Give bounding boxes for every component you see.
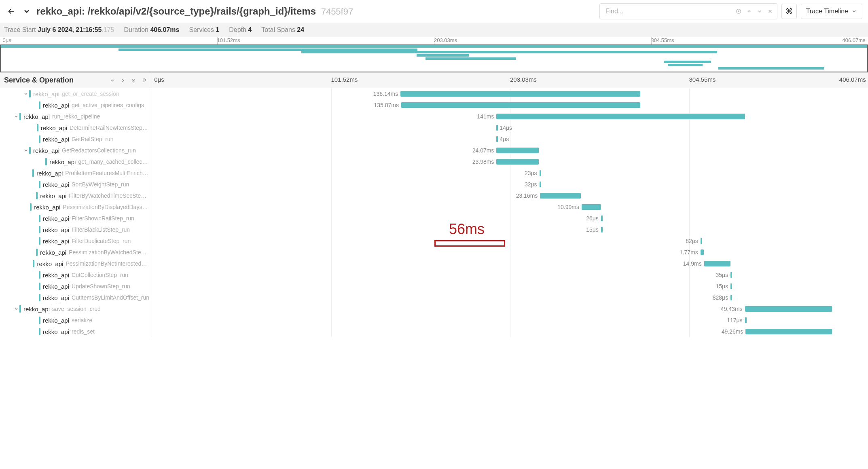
trace-minimap[interactable]: 0μs 101.52ms 203.03ms 304.55ms 406.07ms: [0, 37, 868, 73]
span-duration-bar[interactable]: [496, 159, 538, 165]
span-duration-bar[interactable]: [496, 136, 498, 142]
span-duration-bar[interactable]: [701, 249, 704, 255]
span-row-right[interactable]: 4μs: [152, 133, 868, 145]
span-row-left[interactable]: rekko_apiget_many_cached_collections: [0, 156, 152, 167]
span-row-left[interactable]: rekko_apiFilterBlackListStep_run: [0, 224, 152, 235]
span-duration-bar[interactable]: [745, 317, 747, 323]
span-toggle-icon[interactable]: [13, 114, 19, 119]
span-row-left[interactable]: rekko_apiserialize: [0, 315, 152, 326]
trace-span-row[interactable]: rekko_apiUpdateShownStep_run15μs: [0, 281, 868, 292]
trace-span-row[interactable]: rekko_apiPessimizationByWatchedStep_run1…: [0, 247, 868, 258]
span-row-left[interactable]: rekko_apiPessimizationByDisplayedDaysCou…: [0, 201, 152, 213]
trace-span-row[interactable]: rekko_apiSortByWeightStep_run32μs: [0, 179, 868, 190]
span-row-left[interactable]: rekko_apiDetermineRailNewItemsStep_run: [0, 122, 152, 133]
span-toggle-icon[interactable]: [23, 91, 29, 96]
span-row-left[interactable]: rekko_apiget_or_create_session: [0, 88, 152, 99]
span-duration-bar[interactable]: [582, 204, 601, 210]
span-duration-bar[interactable]: [540, 193, 581, 199]
span-row-left[interactable]: rekko_apiProfileItemFeaturesMultiEnrichS…: [0, 167, 152, 179]
trace-span-row[interactable]: rekko_apiget_active_pipelines_configs135…: [0, 99, 868, 111]
span-duration-bar[interactable]: [745, 306, 832, 312]
find-target-icon[interactable]: [734, 6, 743, 17]
span-duration-bar[interactable]: [400, 91, 640, 97]
trace-span-row[interactable]: rekko_apiCutCollectionStep_run35μs: [0, 269, 868, 281]
expand-one-icon[interactable]: [119, 78, 127, 83]
find-prev-icon[interactable]: [744, 6, 754, 17]
span-row-left[interactable]: rekko_apiCutCollectionStep_run: [0, 269, 152, 281]
view-selector-dropdown[interactable]: Trace Timeline: [801, 4, 862, 19]
trace-span-row[interactable]: rekko_apiDetermineRailNewItemsStep_run14…: [0, 122, 868, 133]
span-row-right[interactable]: 14.9ms: [152, 258, 868, 269]
span-row-right[interactable]: 49.43ms: [152, 303, 868, 315]
span-duration-bar[interactable]: [496, 125, 498, 131]
span-row-left[interactable]: rekko_apiFilterByWatchedTimeSecStep_run: [0, 190, 152, 201]
span-row-right[interactable]: 117μs: [152, 315, 868, 326]
trace-span-row[interactable]: rekko_apiget_many_cached_collections23.9…: [0, 156, 868, 167]
span-duration-bar[interactable]: [601, 227, 603, 232]
span-row-right[interactable]: 49.26ms: [152, 326, 868, 337]
keyboard-shortcuts-button[interactable]: ⌘: [781, 4, 797, 19]
span-row-right[interactable]: 14μs: [152, 122, 868, 133]
trace-span-row[interactable]: rekko_apiGetRailStep_run4μs: [0, 133, 868, 145]
trace-span-row[interactable]: rekko_apiGetRedactorsCollections_run24.0…: [0, 145, 868, 156]
collapse-one-icon[interactable]: [109, 78, 116, 83]
span-duration-bar[interactable]: [496, 114, 745, 119]
span-row-left[interactable]: rekko_apiCutItemsByLimitAndOffset_run: [0, 292, 152, 303]
find-next-icon[interactable]: [755, 6, 764, 17]
span-row-right[interactable]: 23μs: [152, 167, 868, 179]
span-row-right[interactable]: 24.07ms: [152, 145, 868, 156]
collapse-all-icon[interactable]: [130, 78, 137, 83]
trace-span-row[interactable]: rekko_apiFilterByWatchedTimeSecStep_run2…: [0, 190, 868, 201]
trace-span-row[interactable]: rekko_apiserialize117μs: [0, 315, 868, 326]
span-row-right[interactable]: 141ms: [152, 111, 868, 122]
span-duration-bar[interactable]: [730, 283, 732, 289]
span-duration-bar[interactable]: [601, 215, 603, 221]
span-toggle-icon[interactable]: [13, 306, 19, 311]
span-row-left[interactable]: rekko_apiUpdateShownStep_run: [0, 281, 152, 292]
trace-span-row[interactable]: rekko_apiPessimizationByNotInterestedSte…: [0, 258, 868, 269]
trace-span-row[interactable]: rekko_apiFilterShownRailStep_run26μs: [0, 213, 868, 224]
span-row-left[interactable]: rekko_apiPessimizationByWatchedStep_run: [0, 247, 152, 258]
span-duration-bar[interactable]: [730, 272, 732, 278]
span-duration-bar[interactable]: [704, 261, 730, 266]
span-row-right[interactable]: 26μs: [152, 213, 868, 224]
span-duration-bar[interactable]: [745, 329, 832, 334]
span-toggle-icon[interactable]: [23, 148, 29, 153]
trace-span-row[interactable]: rekko_apisave_session_crud49.43ms: [0, 303, 868, 315]
trace-span-row[interactable]: rekko_apiPessimizationByDisplayedDaysCou…: [0, 201, 868, 213]
span-duration-bar[interactable]: [730, 295, 732, 300]
collapse-header-toggle[interactable]: [23, 7, 31, 15]
span-row-right[interactable]: 1.77ms: [152, 247, 868, 258]
span-duration-bar[interactable]: [401, 102, 640, 108]
trace-span-row[interactable]: rekko_apiProfileItemFeaturesMultiEnrichS…: [0, 167, 868, 179]
span-row-left[interactable]: rekko_apisave_session_crud: [0, 303, 152, 315]
span-row-left[interactable]: rekko_apiFilterDuplicateStep_run: [0, 235, 152, 247]
span-row-left[interactable]: rekko_apiGetRedactorsCollections_run: [0, 145, 152, 156]
span-row-left[interactable]: rekko_apiget_active_pipelines_configs: [0, 99, 152, 111]
span-row-left[interactable]: rekko_apiSortByWeightStep_run: [0, 179, 152, 190]
span-row-left[interactable]: rekko_apiFilterShownRailStep_run: [0, 213, 152, 224]
span-row-right[interactable]: 23.16ms: [152, 190, 868, 201]
span-row-right[interactable]: 23.98ms: [152, 156, 868, 167]
trace-span-row[interactable]: rekko_apiFilterBlackListStep_run15μs: [0, 224, 868, 235]
span-row-left[interactable]: rekko_apiGetRailStep_run: [0, 133, 152, 145]
span-row-right[interactable]: 135.87ms: [152, 99, 868, 111]
span-row-left[interactable]: rekko_apirun_rekko_pipeline: [0, 111, 152, 122]
span-duration-bar[interactable]: [496, 148, 538, 153]
span-row-right[interactable]: 15μs: [152, 281, 868, 292]
span-row-right[interactable]: 82μs: [152, 235, 868, 247]
span-row-right[interactable]: 136.14ms: [152, 88, 868, 99]
expand-all-icon[interactable]: [140, 78, 148, 83]
span-row-left[interactable]: rekko_apiPessimizationByNotInterestedSte…: [0, 258, 152, 269]
trace-span-row[interactable]: rekko_apiredis_set49.26ms: [0, 326, 868, 337]
trace-span-row[interactable]: rekko_apirun_rekko_pipeline141ms: [0, 111, 868, 122]
find-close-icon[interactable]: [765, 6, 775, 17]
span-duration-bar[interactable]: [540, 182, 541, 187]
span-row-left[interactable]: rekko_apiredis_set: [0, 326, 152, 337]
span-row-right[interactable]: 35μs: [152, 269, 868, 281]
span-row-right[interactable]: 32μs: [152, 179, 868, 190]
trace-span-row[interactable]: rekko_apiget_or_create_session136.14ms: [0, 88, 868, 99]
trace-span-row[interactable]: rekko_apiCutItemsByLimitAndOffset_run828…: [0, 292, 868, 303]
span-duration-bar[interactable]: [540, 170, 541, 176]
span-row-right[interactable]: 828μs: [152, 292, 868, 303]
